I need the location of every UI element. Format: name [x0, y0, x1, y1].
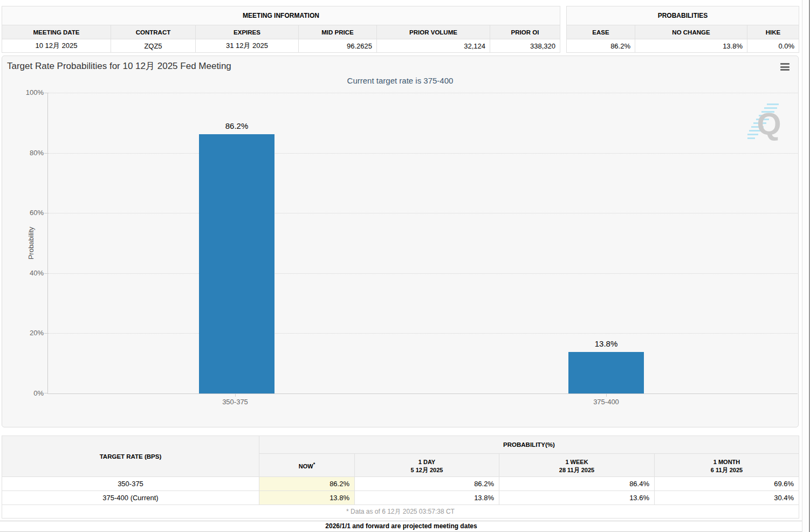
prior-volume-value: 32,124: [377, 39, 490, 53]
col-expires: EXPIRES: [196, 25, 299, 39]
col-ease: EASE: [567, 25, 635, 39]
probability-history-table: TARGET RATE (BPS) PROBABILITY(%) NOW* 1 …: [2, 436, 799, 519]
bar-350-375-data-label: 86.2%: [225, 121, 249, 130]
col-mid-price: MID PRICE: [299, 25, 377, 39]
col-meeting-date: MEETING DATE: [2, 25, 111, 39]
y-tick-20: 20%: [6, 329, 44, 337]
y-tick-40: 40%: [6, 269, 44, 278]
contract-value: ZQZ5: [111, 39, 196, 53]
bar-375-400[interactable]: 13.8%: [568, 93, 644, 393]
day-375-400: 13.8%: [355, 491, 499, 505]
vertical-scrollbar[interactable]: [802, 0, 810, 532]
col-1-day: 1 DAY 5 12月 2025: [355, 454, 499, 477]
probabilities-header-row: EASE NO CHANGE HIKE: [567, 25, 799, 39]
col-1-week: 1 WEEK 28 11月 2025: [499, 454, 655, 477]
week-375-400: 13.6%: [499, 491, 655, 505]
meeting-information-table: MEETING INFORMATION MEETING DATE CONTRAC…: [2, 6, 560, 53]
meeting-date-value: 10 12月 2025: [2, 39, 111, 53]
bar-350-375-rect[interactable]: [199, 134, 274, 393]
probability-group-header: PROBABILITY(%): [259, 436, 799, 454]
x-axis-line: [47, 393, 798, 394]
chart-title: Target Rate Probabilities for 10 12月 202…: [7, 60, 231, 72]
rate-375-400: 375-400 (Current): [2, 491, 259, 505]
meeting-information-data-row: 10 12月 2025 ZQZ5 31 12月 2025 96.2625 32,…: [2, 39, 560, 53]
y-axis-line: [47, 93, 48, 393]
ease-value: 86.2%: [567, 39, 635, 53]
rate-350-375: 350-375: [2, 477, 259, 491]
now-350-375: 86.2%: [259, 477, 355, 491]
data-as-of-footnote: * Data as of 6 12月 2025 03:57:38 CT: [2, 505, 799, 519]
y-tick-60: 60%: [6, 209, 44, 217]
y-tick-80: 80%: [6, 149, 44, 157]
table-row: 350-375 86.2% 86.2% 86.4% 69.6%: [2, 477, 799, 491]
probabilities-title: PROBABILITIES: [567, 6, 799, 25]
week-350-375: 86.4%: [499, 477, 655, 491]
bar-375-400-rect[interactable]: [568, 352, 644, 393]
month-350-375: 69.6%: [655, 477, 799, 491]
bar-350-375[interactable]: 86.2%: [199, 93, 274, 393]
meeting-information-title: MEETING INFORMATION: [2, 6, 560, 25]
col-prior-oi: PRIOR OI: [490, 25, 560, 39]
probabilities-data-row: 86.2% 13.8% 0.0%: [567, 39, 799, 53]
bar-375-400-data-label: 13.8%: [595, 339, 618, 348]
prior-oi-value: 338,320: [490, 39, 560, 53]
meeting-information-header-row: MEETING DATE CONTRACT EXPIRES MID PRICE …: [2, 25, 560, 39]
col-hike: HIKE: [747, 25, 799, 39]
hike-value: 0.0%: [747, 39, 799, 53]
table-row: 375-400 (Current) 13.8% 13.8% 13.6% 30.4…: [2, 491, 799, 505]
expires-value: 31 12月 2025: [196, 39, 299, 53]
x-label-350-375: 350-375: [197, 398, 273, 406]
col-no-change: NO CHANGE: [635, 25, 747, 39]
probabilities-table: PROBABILITIES EASE NO CHANGE HIKE 86.2% …: [566, 6, 799, 53]
projected-dates-note: 2026/1/1 and forward are projected meeti…: [0, 521, 802, 532]
col-1-month: 1 MONTH 6 11月 2025: [655, 454, 799, 477]
col-prior-volume: PRIOR VOLUME: [377, 25, 490, 39]
y-axis-title: Probability: [27, 227, 35, 260]
now-375-400: 13.8%: [259, 491, 355, 505]
month-375-400: 30.4%: [655, 491, 799, 505]
chart-subtitle: Current target rate is 375-400: [2, 76, 798, 85]
probability-chart: Target Rate Probabilities for 10 12月 202…: [2, 56, 799, 427]
target-rate-bps-header: TARGET RATE (BPS): [2, 436, 259, 477]
col-now: NOW*: [259, 454, 355, 477]
no-change-value: 13.8%: [635, 39, 747, 53]
y-tick-0: 0%: [6, 389, 44, 398]
fedwatch-page: MEETING INFORMATION MEETING DATE CONTRAC…: [0, 0, 810, 532]
mid-price-value: 96.2625: [299, 39, 377, 53]
col-contract: CONTRACT: [111, 25, 196, 39]
plot-area: 100% 80% 60% 40% 20% 0% Probability 86.2…: [48, 93, 798, 393]
y-tick-100: 100%: [6, 88, 44, 97]
day-350-375: 86.2%: [355, 477, 499, 491]
chart-menu-hamburger-icon[interactable]: [780, 63, 790, 71]
x-label-375-400: 375-400: [568, 398, 644, 406]
